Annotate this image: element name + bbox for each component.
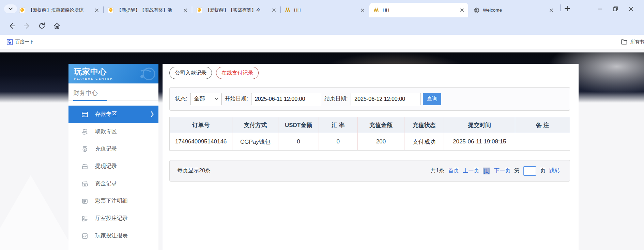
- tab-title: 【新提醒】【实战有奖】今: [205, 7, 268, 13]
- sidebar-item-lottery-bet-detail[interactable]: 彩票下注明细: [68, 192, 158, 210]
- all-bookmarks[interactable]: 所有书签: [615, 38, 644, 46]
- browser-toolbar: yl756.com/hhcp/usercenter.html?iniType=2: [0, 17, 644, 35]
- status-select[interactable]: 全部: [190, 93, 221, 105]
- sidebar-item-label: 存款专区: [95, 111, 117, 118]
- new-tab-button[interactable]: [564, 5, 570, 12]
- filter-bar: 状态: 全部 开始日期: 结束日期: 查询: [169, 87, 570, 111]
- tab-title: HH: [294, 7, 357, 13]
- cell-usdt-amount: 0: [278, 133, 319, 150]
- close-icon[interactable]: [94, 7, 99, 13]
- content-panel: 公司入款记录 在线支付记录 状态: 全部 开始日期: 结束日期: 查询 订单号 …: [163, 64, 579, 250]
- tab-strip: 【新提醒】海燕策略论坛综 【新提醒】【实战有奖】活 【新提醒】【实战有奖】今 H…: [0, 0, 644, 17]
- status-label: 状态:: [175, 95, 187, 103]
- chevron-down-icon: [215, 98, 218, 100]
- end-date-input[interactable]: [351, 93, 421, 105]
- current-page: [1]: [483, 168, 490, 174]
- close-icon[interactable]: [549, 7, 554, 13]
- hall-icon: [81, 215, 88, 222]
- record-tabs: 公司入款记录 在线支付记录: [169, 67, 259, 79]
- first-page-link[interactable]: 首页: [448, 167, 459, 174]
- bookmark-baidu[interactable]: 百度一下: [7, 39, 34, 45]
- all-bookmarks-label: 所有书签: [630, 39, 644, 45]
- sidebar-item-label: 彩票下注明细: [95, 198, 128, 205]
- cashout-icon: [81, 163, 88, 170]
- status-selected-value: 全部: [194, 95, 205, 103]
- restore-icon[interactable]: [613, 6, 618, 12]
- sidebar-header: 玩家中心 PLAYERS CENTER: [68, 64, 158, 83]
- sidebar-item-label: 厅室投注记录: [95, 215, 128, 222]
- col-recharge-status: 充值状态: [404, 117, 444, 133]
- lottery-icon: [81, 198, 88, 205]
- sidebar-item-funds-records[interactable]: 资金记录: [68, 175, 158, 192]
- gamepad-icon: [137, 66, 156, 81]
- home-icon[interactable]: [53, 22, 61, 30]
- close-icon[interactable]: [271, 7, 277, 13]
- prev-page-link[interactable]: 上一页: [463, 167, 479, 174]
- next-page-link[interactable]: 下一页: [494, 167, 510, 174]
- browser-tab-1[interactable]: 【新提醒】海燕策略论坛综: [15, 3, 103, 17]
- chevron-down-icon: [9, 7, 13, 10]
- table-header-row: 订单号 支付方式 USDT金额 汇 率 充值金额 充值状态 提交时间 备 注: [170, 117, 570, 133]
- forward-icon[interactable]: [23, 22, 31, 30]
- close-icon[interactable]: [183, 7, 188, 13]
- tab-title: 【新提醒】【实战有奖】活: [117, 7, 180, 13]
- search-button[interactable]: 查询: [423, 93, 441, 105]
- funds-icon: [81, 181, 88, 187]
- col-remark: 备 注: [515, 117, 570, 133]
- tab-title: 【新提醒】海燕策略论坛综: [28, 7, 91, 13]
- close-icon[interactable]: [459, 7, 465, 13]
- divider: [615, 38, 615, 46]
- col-exchange-rate: 汇 率: [319, 117, 358, 133]
- end-date-label: 结束日期:: [324, 95, 348, 103]
- tab-company-deposit-records[interactable]: 公司入款记录: [169, 67, 212, 79]
- folder-icon: [621, 39, 627, 45]
- browser-tab-4[interactable]: HH: [281, 3, 369, 17]
- browser-tab-3[interactable]: 【新提醒】【实战有奖】今: [192, 3, 280, 17]
- sidebar-item-recharge-records[interactable]: 充值记录: [68, 140, 158, 158]
- sidebar-item-label: 玩家投注报表: [95, 232, 128, 239]
- minimize-icon[interactable]: [597, 6, 602, 12]
- close-icon[interactable]: [360, 7, 365, 13]
- gold-logo-icon: [285, 7, 291, 13]
- tab-online-payment-records[interactable]: 在线支付记录: [216, 67, 259, 79]
- jump-prefix-label: 第: [514, 167, 520, 174]
- tab-title: Welcome: [483, 7, 546, 13]
- sidebar-item-player-bet-report[interactable]: 玩家投注报表: [68, 227, 158, 245]
- pagination-controls: 共1条 首页 上一页 [1] 下一页 第 页 跳转: [430, 166, 560, 176]
- back-icon[interactable]: [8, 22, 16, 30]
- sidebar-item-hall-bet-records[interactable]: 厅室投注记录: [68, 210, 158, 227]
- cell-recharge-amount: 200: [358, 133, 404, 150]
- pagination-bar: 每页显示20条 共1条 首页 上一页 [1] 下一页 第 页 跳转: [169, 160, 570, 182]
- browser-tab-5-active[interactable]: HH: [369, 3, 468, 17]
- jump-link[interactable]: 跳转: [549, 167, 560, 174]
- bookmark-label: 百度一下: [15, 39, 34, 45]
- baidu-paw-icon: [7, 39, 13, 45]
- cell-remark: [515, 133, 570, 150]
- sidebar-item-label: 取款专区: [95, 128, 117, 135]
- sidebar-item-withdraw[interactable]: 取款专区: [68, 123, 158, 140]
- chevron-right-icon: [151, 111, 154, 117]
- sidebar-item-deposit[interactable]: 存款专区: [68, 106, 158, 123]
- col-order-number: 订单号: [170, 117, 232, 133]
- sidebar-item-label: 充值记录: [95, 145, 117, 153]
- sidebar: 玩家中心 PLAYERS CENTER 财务中心 存款专区 取款专区: [68, 64, 158, 250]
- browser-tab-2[interactable]: 【新提醒】【实战有奖】活: [104, 3, 191, 17]
- forum-icon: [108, 7, 114, 13]
- sidebar-item-cashout-records[interactable]: 提现记录: [68, 158, 158, 175]
- close-window-icon[interactable]: [628, 6, 634, 12]
- gold-logo-icon: [373, 7, 380, 13]
- forum-icon: [196, 7, 202, 13]
- cell-submit-time: 2025-06-11 19:08:15: [444, 133, 515, 150]
- col-payment-method: 支付方式: [232, 117, 278, 133]
- withdraw-icon: [81, 128, 88, 135]
- web-page: 玩家中心 PLAYERS CENTER 财务中心 存款专区 取款专区: [0, 49, 644, 250]
- section-title: 财务中心: [73, 90, 98, 96]
- start-date-input[interactable]: [251, 93, 321, 105]
- reload-icon[interactable]: [38, 22, 46, 30]
- start-date-label: 开始日期:: [225, 95, 248, 103]
- sidebar-section: 财务中心: [68, 83, 158, 106]
- table-row: 1749640095140146 CGPay钱包 0 0 200 支付成功 20…: [170, 133, 570, 150]
- browser-tab-6[interactable]: Welcome: [470, 3, 557, 17]
- jump-page-input[interactable]: [523, 166, 536, 176]
- deposit-icon: [81, 111, 88, 118]
